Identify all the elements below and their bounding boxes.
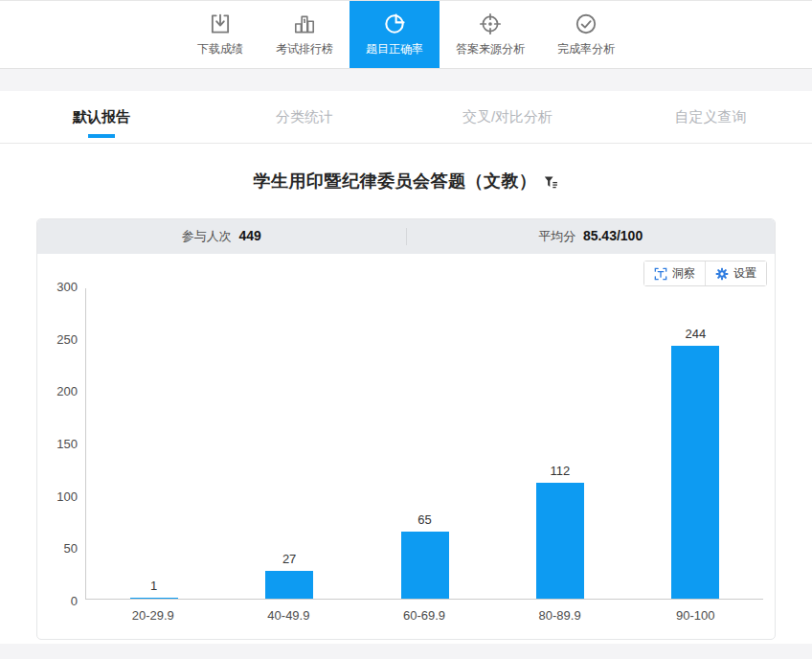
filter-icon[interactable]	[544, 175, 559, 191]
main-panel: 默认报告 分类统计 交叉/对比分析 自定义查询 学生用印暨纪律委员会答题（文教）…	[0, 91, 812, 644]
pie-chart-icon	[382, 11, 407, 36]
chart-bar[interactable]	[671, 346, 719, 599]
stat-participants: 参与人次 449	[37, 228, 406, 245]
toolbar-item-label: 题目正确率	[366, 41, 423, 57]
stat-value: 449	[238, 228, 260, 243]
tab-cross-compare[interactable]: 交叉/对比分析	[406, 91, 609, 143]
insight-icon	[654, 267, 667, 281]
toolbar-item-answer-source[interactable]: 答案来源分析	[440, 1, 541, 68]
gear-icon	[715, 267, 729, 281]
x-axis-labels: 20-29.9 40-49.9 60-69.9 80-89.9 90-100	[85, 600, 763, 623]
toolbar-item-label: 考试排行榜	[276, 41, 333, 57]
x-tick: 40-49.9	[221, 608, 357, 623]
bar-value-label: 27	[282, 552, 296, 566]
tab-default-report[interactable]: 默认报告	[0, 91, 203, 143]
insight-button-label: 洞察	[672, 265, 695, 282]
toolbar-item-download-scores[interactable]: 下载成绩	[181, 1, 259, 68]
toolbar-item-completion-rate[interactable]: 完成率分析	[541, 1, 631, 68]
plot-area: 1 27 65 112 244	[85, 288, 763, 600]
x-tick: 90-100	[627, 608, 763, 623]
page-gap-band	[0, 69, 812, 91]
stat-average-score: 平均分 85.43/100	[406, 228, 776, 245]
bar-column: 65	[357, 512, 492, 599]
report-tabs: 默认报告 分类统计 交叉/对比分析 自定义查询	[0, 91, 812, 144]
stat-label: 参与人次	[182, 229, 232, 243]
x-tick: 60-69.9	[356, 608, 492, 623]
bar-value-label: 244	[685, 327, 706, 341]
y-axis-labels: 300 250 200 150 100 50 0	[37, 280, 78, 608]
x-tick: 80-89.9	[492, 608, 628, 623]
insight-button[interactable]: 洞察	[644, 261, 705, 285]
chart-bar[interactable]	[130, 598, 178, 599]
toolbar-item-exam-ranking[interactable]: 考试排行榜	[259, 1, 350, 68]
y-tick: 100	[56, 489, 78, 504]
target-icon	[478, 11, 503, 36]
chart-bar[interactable]	[401, 532, 449, 599]
y-tick: 50	[64, 541, 78, 556]
chart-bar[interactable]	[536, 483, 584, 599]
bar-value-label: 1	[150, 579, 157, 593]
tab-category-stats[interactable]: 分类统计	[203, 91, 406, 143]
stat-value: 85.43/100	[583, 228, 643, 243]
toolbar-item-label: 下载成绩	[197, 41, 243, 57]
bar-column: 27	[221, 552, 356, 599]
y-tick: 250	[56, 332, 78, 347]
top-toolbar: 下载成绩 考试排行榜 题目正确率	[0, 0, 812, 69]
y-tick: 150	[56, 437, 78, 451]
bar-column: 112	[492, 464, 627, 599]
chart-actions-row: 洞察	[37, 254, 775, 286]
report-card: 参与人次 449 平均分 85.43/100	[36, 218, 776, 640]
y-tick: 300	[56, 280, 78, 294]
y-tick: 0	[71, 594, 78, 608]
toolbar-item-label: 答案来源分析	[456, 41, 525, 57]
stat-label: 平均分	[538, 229, 575, 243]
bar-column: 244	[628, 327, 763, 599]
bar-value-label: 112	[551, 464, 571, 478]
stats-bar: 参与人次 449 平均分 85.43/100	[37, 219, 775, 254]
tab-custom-query[interactable]: 自定义查询	[609, 91, 812, 143]
bar-column: 1	[86, 579, 221, 599]
bar-value-label: 65	[417, 512, 431, 527]
bar-chart: 300 250 200 150 100 50 0 1 27 65	[37, 286, 775, 623]
check-circle-icon	[574, 11, 598, 36]
x-tick: 20-29.9	[85, 608, 221, 623]
settings-button[interactable]: 设置	[705, 261, 766, 285]
toolbar-item-label: 完成率分析	[557, 41, 615, 57]
y-tick: 200	[56, 384, 78, 398]
chart-actions-group: 洞察	[643, 261, 767, 286]
page-title: 学生用印暨纪律委员会答题（文教）	[254, 170, 537, 193]
download-icon	[208, 11, 233, 36]
report-title-row: 学生用印暨纪律委员会答题（文教）	[0, 144, 812, 218]
chart-bar[interactable]	[265, 571, 313, 599]
settings-button-label: 设置	[733, 265, 756, 282]
toolbar-item-question-accuracy[interactable]: 题目正确率	[350, 1, 440, 68]
ranking-icon	[292, 11, 317, 36]
